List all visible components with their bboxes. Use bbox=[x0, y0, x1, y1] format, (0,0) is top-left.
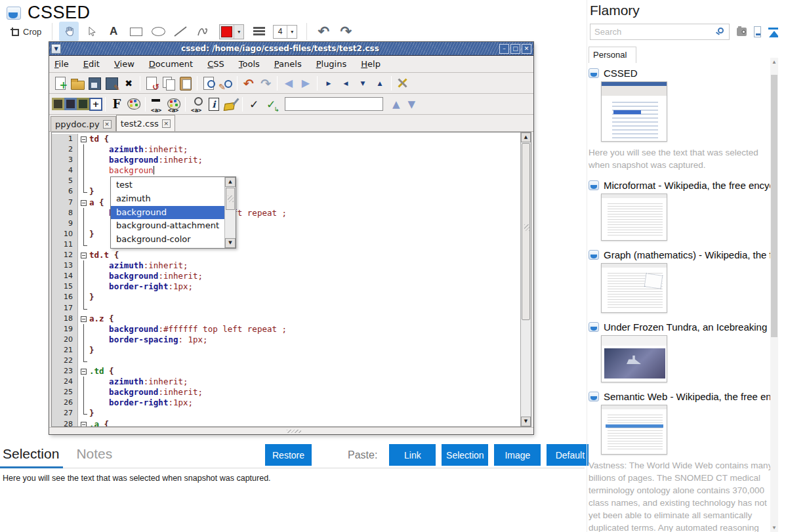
fold-marker[interactable] bbox=[78, 356, 89, 366]
line-width-icon[interactable] bbox=[253, 27, 265, 37]
pen-size-select[interactable]: 4 ▾ bbox=[273, 25, 297, 39]
tab-selection[interactable]: Selection bbox=[3, 446, 59, 462]
undo-icon[interactable] bbox=[240, 75, 257, 92]
code-line[interactable]: 16} bbox=[52, 292, 520, 302]
color-picker[interactable]: ▾ bbox=[219, 24, 244, 39]
code-line[interactable]: 21} bbox=[52, 345, 520, 356]
snapshot-title[interactable]: Under Frozen Tundra, an Icebreaking Ship… bbox=[604, 321, 778, 333]
panel-left-icon[interactable] bbox=[337, 75, 354, 92]
camera-icon[interactable] bbox=[737, 28, 747, 36]
code-line[interactable]: 27} bbox=[52, 408, 520, 419]
code-line[interactable]: 2 azimuth:inherit; bbox=[52, 144, 520, 155]
pointer-tool-button[interactable] bbox=[81, 22, 101, 41]
window-menu-button[interactable]: ▼ bbox=[51, 44, 61, 54]
code-line[interactable]: 24 azimuth:inherit; bbox=[52, 377, 520, 387]
autocomplete-item[interactable]: test bbox=[111, 178, 224, 192]
nav-forward-icon[interactable] bbox=[297, 75, 314, 92]
text-tool-button[interactable]: A bbox=[104, 22, 123, 41]
tab-close-icon[interactable]: × bbox=[103, 120, 112, 129]
code-line[interactable]: 28.a { bbox=[52, 419, 520, 426]
snapshot-item[interactable]: Under Frozen Tundra, an Icebreaking Ship… bbox=[589, 321, 778, 382]
code-editor[interactable]: 1td {2 azimuth:inherit;3 background:inhe… bbox=[51, 132, 531, 427]
snapshot-thumbnail[interactable] bbox=[601, 335, 667, 382]
save-as-icon[interactable] bbox=[103, 75, 120, 92]
menu-view[interactable]: View bbox=[114, 59, 134, 69]
fold-marker[interactable] bbox=[78, 250, 89, 260]
scroll-down-icon[interactable]: ▼ bbox=[225, 238, 236, 248]
code-line[interactable]: 26 border-right:1px; bbox=[52, 398, 520, 408]
scrollbar-thumb[interactable] bbox=[522, 143, 530, 320]
ellipse-tool-button[interactable] bbox=[148, 22, 168, 41]
maximize-button[interactable]: □ bbox=[510, 44, 520, 54]
panel-right-icon[interactable] bbox=[320, 75, 337, 92]
search-box[interactable] bbox=[590, 24, 730, 40]
brush-icon[interactable] bbox=[222, 96, 239, 113]
scroll-top-icon[interactable] bbox=[768, 27, 778, 37]
snapshot-title[interactable]: CSSED bbox=[604, 68, 638, 79]
new-file-icon[interactable] bbox=[52, 75, 69, 92]
scroll-up-icon[interactable]: ▲ bbox=[225, 177, 236, 187]
code-line[interactable]: 14 background:inherit; bbox=[52, 271, 520, 281]
menu-css[interactable]: CSS bbox=[207, 59, 224, 69]
style-box-3-icon[interactable] bbox=[77, 98, 89, 110]
color-dropdown-arrow[interactable]: ▾ bbox=[234, 25, 243, 39]
fold-marker[interactable] bbox=[78, 387, 89, 398]
undo-button[interactable]: ↶ bbox=[314, 22, 333, 41]
fold-marker[interactable] bbox=[78, 197, 89, 208]
code-line[interactable]: 4 backgroun bbox=[52, 165, 520, 176]
code-line[interactable]: 20 border-spacing: 1px; bbox=[52, 335, 520, 345]
fold-marker[interactable] bbox=[78, 366, 89, 377]
autocomplete-item[interactable]: background bbox=[111, 206, 224, 220]
paste-selection-button[interactable]: Selection bbox=[442, 444, 488, 466]
find-replace-icon[interactable] bbox=[217, 75, 234, 92]
close-doc-icon[interactable] bbox=[120, 75, 137, 92]
editor-tab-test2.css[interactable]: test2.css× bbox=[116, 115, 175, 131]
fold-marker[interactable] bbox=[78, 281, 89, 292]
paste-icon[interactable] bbox=[177, 75, 194, 92]
search-up-icon[interactable]: ▲ bbox=[392, 98, 400, 110]
menu-panels[interactable]: Panels bbox=[274, 59, 302, 69]
hand-tool-button[interactable] bbox=[59, 22, 79, 41]
cssed-search-input[interactable] bbox=[285, 97, 383, 111]
code-line[interactable]: 12td.t { bbox=[52, 250, 520, 260]
menu-plugins[interactable]: Plugins bbox=[316, 59, 347, 69]
snapshot-title[interactable]: Semantic Web - Wikipedia, the free encyc… bbox=[604, 391, 778, 402]
cssed-titlebar[interactable]: ▼ cssed: /home/iago/cssed-files/tests/te… bbox=[49, 42, 533, 56]
fold-marker[interactable] bbox=[78, 176, 89, 186]
fold-marker[interactable] bbox=[78, 271, 89, 281]
scroll-down-icon[interactable]: ▼ bbox=[770, 525, 778, 531]
fold-marker[interactable] bbox=[78, 398, 89, 408]
line-tool-button[interactable] bbox=[171, 22, 190, 41]
copy-icon[interactable] bbox=[160, 75, 177, 92]
fold-marker[interactable] bbox=[78, 186, 89, 197]
move-icon[interactable] bbox=[89, 98, 102, 111]
panel-scrollbar[interactable]: ▲ ▼ bbox=[770, 58, 778, 532]
crop-button[interactable]: Crop bbox=[7, 22, 45, 41]
save-icon[interactable] bbox=[86, 75, 103, 92]
fold-marker[interactable] bbox=[78, 314, 89, 324]
editor-tab-ppydoc.py[interactable]: ppydoc.py× bbox=[51, 116, 116, 131]
scroll-up-icon[interactable]: ▲ bbox=[770, 59, 778, 65]
fold-marker[interactable] bbox=[78, 134, 89, 144]
fold-marker[interactable] bbox=[78, 208, 89, 218]
menu-tools[interactable]: Tools bbox=[239, 59, 260, 69]
code-line[interactable]: 17 bbox=[52, 303, 520, 314]
rectangle-tool-button[interactable] bbox=[126, 22, 146, 41]
close-button[interactable]: ✕ bbox=[522, 44, 531, 54]
colors-icon[interactable] bbox=[125, 96, 142, 113]
find-icon[interactable] bbox=[200, 75, 217, 92]
pen-size-dropdown-arrow[interactable]: ▾ bbox=[287, 26, 297, 38]
fold-marker[interactable] bbox=[78, 155, 89, 165]
snapshot-title[interactable]: Graph (mathematics) - Wikipedia, the fre… bbox=[604, 249, 778, 260]
snapshot-thumbnail[interactable] bbox=[601, 81, 667, 142]
snapshot-title[interactable]: Microformat - Wikipedia, the free encycl… bbox=[604, 180, 778, 191]
check-icon[interactable] bbox=[245, 96, 262, 113]
fold-marker[interactable] bbox=[78, 335, 89, 345]
code-line[interactable]: 25 background:inherit; bbox=[52, 387, 520, 398]
snapshot-item[interactable]: CSSEDHere you will see the text that was… bbox=[589, 68, 778, 171]
search-down-icon[interactable]: ▼ bbox=[408, 98, 416, 110]
autocomplete-scrollbar[interactable]: ▲ ▼ bbox=[224, 177, 236, 248]
apply-icon[interactable] bbox=[262, 96, 279, 113]
snapshot-thumbnail[interactable] bbox=[601, 405, 667, 455]
fold-marker[interactable] bbox=[78, 324, 89, 335]
